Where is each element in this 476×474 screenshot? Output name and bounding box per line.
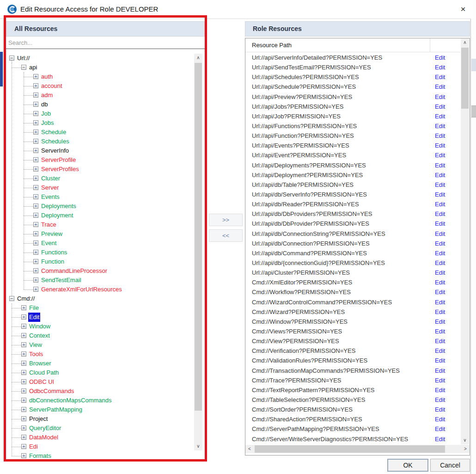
tree-item[interactable]: +CommandLineProcessor: [6, 266, 202, 276]
tree-item-label[interactable]: dbConnectionMapsCommands: [28, 396, 112, 405]
expand-toggle-icon[interactable]: +: [21, 370, 26, 375]
edit-link[interactable]: Edit: [435, 279, 460, 286]
expand-toggle-icon[interactable]: +: [33, 102, 38, 107]
tree-item[interactable]: +ServerProfile: [6, 155, 202, 165]
tree-item-label[interactable]: ServerProfile: [40, 155, 77, 165]
expand-toggle-icon[interactable]: +: [33, 259, 38, 264]
tree-item-label[interactable]: auth: [40, 72, 54, 81]
tree-item-label[interactable]: Jobs: [40, 118, 55, 128]
edit-link[interactable]: Edit: [435, 123, 460, 129]
tree-item[interactable]: +ServerProfiles: [6, 165, 202, 174]
edit-link[interactable]: Edit: [435, 367, 460, 374]
expand-toggle-icon[interactable]: +: [33, 231, 38, 236]
expand-toggle-icon[interactable]: +: [33, 166, 38, 172]
edit-link[interactable]: Edit: [435, 191, 460, 198]
expand-toggle-icon[interactable]: +: [33, 111, 38, 116]
expand-toggle-icon[interactable]: +: [33, 203, 38, 209]
expand-toggle-icon[interactable]: +: [33, 120, 38, 125]
collapse-toggle-icon[interactable]: −: [21, 65, 26, 70]
edit-link[interactable]: Edit: [435, 396, 460, 403]
tree-item-label[interactable]: adm: [40, 91, 54, 100]
close-icon[interactable]: ×: [455, 0, 471, 18]
tree-item-label[interactable]: account: [40, 81, 63, 91]
expand-toggle-icon[interactable]: +: [33, 139, 38, 144]
tree-item-label[interactable]: DataModel: [28, 433, 59, 442]
add-all-button[interactable]: >>: [209, 214, 243, 226]
edit-link[interactable]: Edit: [435, 220, 460, 227]
tree-item-label[interactable]: Tools: [28, 350, 44, 359]
tree-item[interactable]: +Events: [6, 192, 202, 202]
list-horizontal-scrollbar[interactable]: < >: [245, 445, 470, 453]
tree-item[interactable]: +Context: [6, 331, 202, 340]
tree-item[interactable]: +Tools: [6, 350, 202, 359]
expand-toggle-icon[interactable]: +: [33, 74, 38, 79]
tree-item-label[interactable]: CommandLineProcessor: [40, 266, 108, 276]
tree-item-label[interactable]: Deployments: [40, 202, 77, 211]
tree-item[interactable]: +ServerInfo: [6, 146, 202, 155]
edit-link[interactable]: Edit: [435, 93, 460, 100]
edit-link[interactable]: Edit: [435, 103, 460, 110]
tree-item-label[interactable]: Functions: [40, 248, 68, 257]
expand-toggle-icon[interactable]: +: [21, 398, 26, 403]
expand-toggle-icon[interactable]: +: [33, 129, 38, 135]
expand-toggle-icon[interactable]: +: [33, 194, 38, 199]
expand-toggle-icon[interactable]: +: [33, 250, 38, 255]
expand-toggle-icon[interactable]: +: [21, 444, 26, 449]
edit-link[interactable]: Edit: [435, 377, 460, 384]
edit-link[interactable]: Edit: [435, 308, 460, 315]
edit-link[interactable]: Edit: [435, 113, 460, 120]
scrollbar-left-icon[interactable]: <: [245, 445, 254, 453]
tree-item-label[interactable]: Event: [40, 239, 57, 248]
expand-toggle-icon[interactable]: +: [33, 92, 38, 98]
edit-link[interactable]: Edit: [435, 64, 460, 71]
tree-item[interactable]: +OdbcCommands: [6, 387, 202, 396]
expand-toggle-icon[interactable]: +: [21, 361, 26, 366]
tree-item[interactable]: +Function: [6, 257, 202, 266]
edit-link[interactable]: Edit: [435, 406, 460, 413]
expand-toggle-icon[interactable]: +: [21, 425, 26, 431]
tree-item[interactable]: +ServerPathMapping: [6, 405, 202, 414]
expand-toggle-icon[interactable]: +: [21, 324, 26, 329]
expand-toggle-icon[interactable]: +: [21, 333, 26, 338]
scrollbar-up-icon[interactable]: ∧: [461, 38, 469, 47]
edit-link[interactable]: Edit: [435, 387, 460, 394]
scrollbar-thumb[interactable]: [255, 445, 445, 453]
expand-toggle-icon[interactable]: +: [21, 305, 26, 310]
tree-item[interactable]: +Functions: [6, 248, 202, 257]
tree-item-label[interactable]: Edi: [28, 442, 39, 451]
search-input[interactable]: [6, 37, 205, 49]
tree-item[interactable]: +Cloud Path: [6, 368, 202, 377]
tree-item[interactable]: +Trace: [6, 220, 202, 229]
expand-toggle-icon[interactable]: +: [33, 157, 38, 162]
expand-toggle-icon[interactable]: +: [21, 453, 26, 458]
tree-item-label[interactable]: SendTestEmail: [40, 276, 82, 285]
remove-all-button[interactable]: <<: [209, 229, 243, 242]
edit-link[interactable]: Edit: [435, 357, 460, 364]
list-vertical-scrollbar[interactable]: ∧ ∨: [461, 38, 469, 444]
tree-item[interactable]: +Cluster: [6, 174, 202, 183]
expand-toggle-icon[interactable]: +: [21, 416, 26, 421]
ok-button[interactable]: OK: [387, 459, 428, 472]
expand-toggle-icon[interactable]: +: [21, 407, 26, 412]
edit-link[interactable]: Edit: [435, 299, 460, 306]
edit-link[interactable]: Edit: [435, 54, 460, 61]
tree-item-label[interactable]: View: [28, 340, 43, 350]
cancel-button[interactable]: Cancel: [430, 459, 470, 472]
edit-link[interactable]: Edit: [435, 240, 460, 247]
tree-item[interactable]: +GenerateXmlForUrlResources: [6, 285, 202, 294]
scrollbar-down-icon[interactable]: ∨: [461, 436, 469, 444]
edit-link[interactable]: Edit: [435, 142, 460, 149]
collapse-toggle-icon[interactable]: −: [9, 296, 14, 301]
edit-link[interactable]: Edit: [435, 347, 460, 354]
tree-item[interactable]: +Window: [6, 322, 202, 331]
edit-link[interactable]: Edit: [435, 74, 460, 80]
expand-toggle-icon[interactable]: +: [33, 213, 38, 218]
expand-toggle-icon[interactable]: +: [33, 287, 38, 292]
tree-item[interactable]: +Project: [6, 414, 202, 424]
tree-item-label[interactable]: Schedules: [40, 137, 70, 146]
tree-item-label[interactable]: GenerateXmlForUrlResources: [40, 285, 123, 294]
tree-item[interactable]: +Edi: [6, 442, 202, 451]
tree-item[interactable]: −api: [6, 63, 202, 72]
edit-link[interactable]: Edit: [435, 269, 460, 276]
tree-item[interactable]: +Browser: [6, 359, 202, 368]
